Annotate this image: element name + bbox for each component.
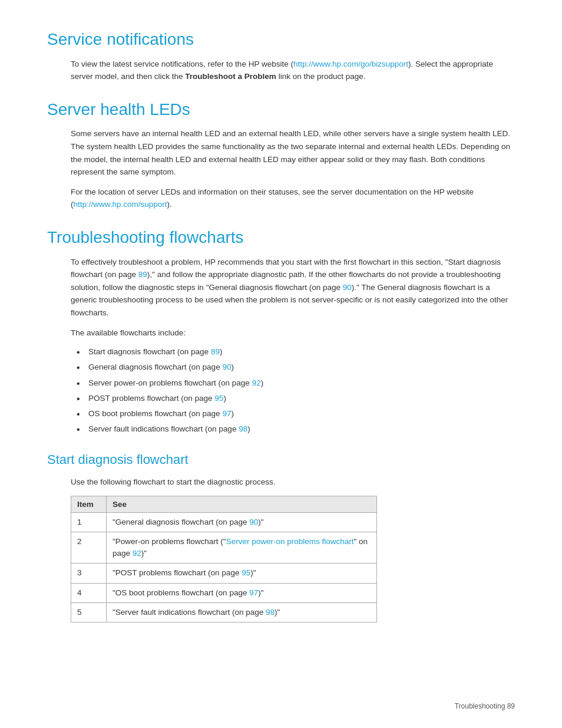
list-link-97[interactable]: 97 (222, 409, 231, 418)
server-health-leds-para1: Some servers have an internal health LED… (71, 127, 515, 178)
table-cell-item: 3 (71, 564, 107, 583)
server-health-leds-body: Some servers have an internal health LED… (47, 127, 515, 211)
list-link-98[interactable]: 98 (239, 424, 247, 433)
start-diagnosis-title: Start diagnosis flowchart (47, 452, 515, 467)
flowchart-list: Start diagnosis flowchart (on page 89) G… (77, 346, 515, 436)
col-item-header: Item (71, 496, 107, 512)
service-notifications-section: Service notifications To view the latest… (47, 29, 515, 83)
start-diagnosis-intro: Use the following flowchart to start the… (71, 476, 515, 489)
bizsupport-link[interactable]: http://www.hp.com/go/bizsupport (293, 60, 408, 68)
list-item: POST problems flowchart (on page 95) (77, 393, 515, 404)
table-cell-see: "Server fault indications flowchart (on … (107, 602, 377, 622)
col-see-header: See (107, 496, 377, 512)
troubleshooting-para1: To effectively troubleshoot a problem, H… (71, 256, 515, 319)
footer-text: Troubleshooting 89 (455, 702, 515, 710)
table-row: 5 "Server fault indications flowchart (o… (71, 602, 377, 622)
server-health-leds-title: Server health LEDs (47, 100, 515, 120)
troubleshooting-flowcharts-title: Troubleshooting flowcharts (47, 228, 515, 248)
troubleshooting-para2: The available flowcharts include: (71, 327, 515, 340)
server-health-leds-para2: For the location of server LEDs and info… (71, 186, 515, 211)
table-cell-item: 2 (71, 532, 107, 564)
table-header-row: Item See (71, 496, 377, 512)
list-link-89[interactable]: 89 (211, 347, 220, 356)
list-item: General diagnosis flowchart (on page 90) (77, 361, 515, 373)
table-row: 4 "OS boot problems flowchart (on page 9… (71, 583, 377, 602)
table-link-server-power-on[interactable]: Server power-on problems flowchart (226, 537, 354, 546)
service-notifications-para: To view the latest service notifications… (71, 58, 515, 83)
troubleshooting-flowcharts-section: Troubleshooting flowcharts To effectivel… (47, 228, 515, 436)
page-content: Service notifications To view the latest… (0, 0, 562, 674)
service-notifications-body: To view the latest service notifications… (47, 58, 515, 83)
table-link-90[interactable]: 90 (249, 518, 258, 526)
table-link-92[interactable]: 92 (133, 549, 141, 558)
list-link-90[interactable]: 90 (222, 363, 231, 371)
troubleshooting-flowcharts-body: To effectively troubleshoot a problem, H… (47, 256, 515, 436)
table-link-95[interactable]: 95 (242, 568, 250, 577)
start-diagnosis-section: Start diagnosis flowchart Use the follow… (47, 452, 515, 622)
table-row: 3 "POST problems flowchart (on page 95)" (71, 564, 377, 583)
page-footer: Troubleshooting 89 (455, 702, 515, 710)
diagnosis-table: Item See 1 "General diagnosis flowchart … (71, 496, 377, 623)
server-health-leds-section: Server health LEDs Some servers have an … (47, 100, 515, 211)
table-row: 2 "Power-on problems flowchart ("Server … (71, 532, 377, 564)
table-cell-item: 4 (71, 583, 107, 602)
list-link-95[interactable]: 95 (214, 394, 223, 403)
table-cell-item: 1 (71, 512, 107, 532)
page-89-link[interactable]: 89 (138, 270, 147, 279)
table-cell-see: "OS boot problems flowchart (on page 97)… (107, 583, 377, 602)
list-link-92[interactable]: 92 (252, 378, 261, 387)
list-item: OS boot problems flowchart (on page 97) (77, 408, 515, 420)
list-item: Server fault indications flowchart (on p… (77, 423, 515, 435)
service-notifications-title: Service notifications (47, 29, 515, 50)
table-link-98[interactable]: 98 (266, 608, 275, 617)
start-diagnosis-body: Use the following flowchart to start the… (47, 476, 515, 622)
list-item: Server power-on problems flowchart (on p… (77, 377, 515, 389)
list-item: Start diagnosis flowchart (on page 89) (77, 346, 515, 358)
table-cell-item: 5 (71, 602, 107, 622)
page-90-link[interactable]: 90 (343, 283, 352, 292)
table-cell-see: "POST problems flowchart (on page 95)" (107, 564, 377, 583)
table-link-97[interactable]: 97 (249, 588, 258, 597)
table-row: 1 "General diagnosis flowchart (on page … (71, 512, 377, 532)
table-cell-see: "General diagnosis flowchart (on page 90… (107, 512, 377, 532)
hp-support-link[interactable]: http://www.hp.com/support (74, 200, 167, 209)
table-cell-see: "Power-on problems flowchart ("Server po… (107, 532, 377, 564)
